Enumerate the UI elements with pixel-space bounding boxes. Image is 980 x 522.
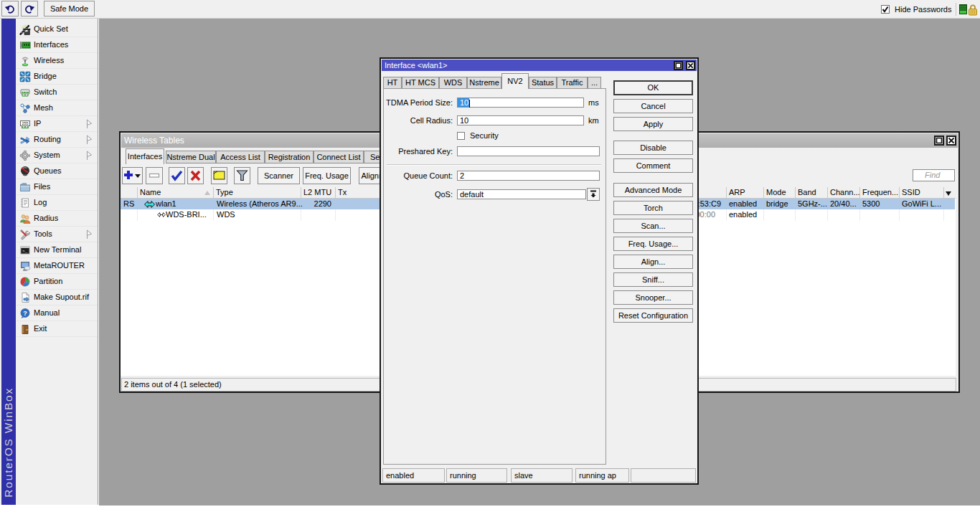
svg-text:255: 255 [22,121,29,125]
svg-text:>_: >_ [22,249,28,254]
svg-text:?: ? [23,310,27,317]
